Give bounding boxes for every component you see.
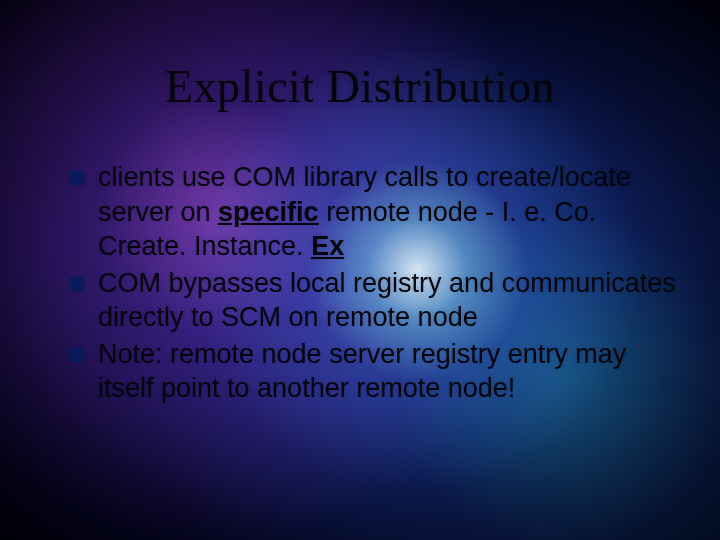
emphasis-specific: specific (218, 197, 319, 227)
square-bullet-icon (70, 171, 84, 185)
emphasis-ex: Ex (311, 231, 344, 261)
bullet-item: COM bypasses local registry and communic… (70, 266, 680, 335)
square-bullet-icon (70, 277, 84, 291)
bullet-text: COM bypasses local registry and communic… (98, 266, 680, 335)
slide-title: Explicit Distribution (0, 60, 720, 113)
square-bullet-icon (70, 348, 84, 362)
slide: Explicit Distribution clients use COM li… (0, 0, 720, 540)
bullet-item: clients use COM library calls to create/… (70, 160, 680, 264)
bullet-text: clients use COM library calls to create/… (98, 160, 680, 264)
bullet-text: Note: remote node server registry entry … (98, 337, 680, 406)
slide-body: clients use COM library calls to create/… (70, 160, 680, 408)
bullet-item: Note: remote node server registry entry … (70, 337, 680, 406)
